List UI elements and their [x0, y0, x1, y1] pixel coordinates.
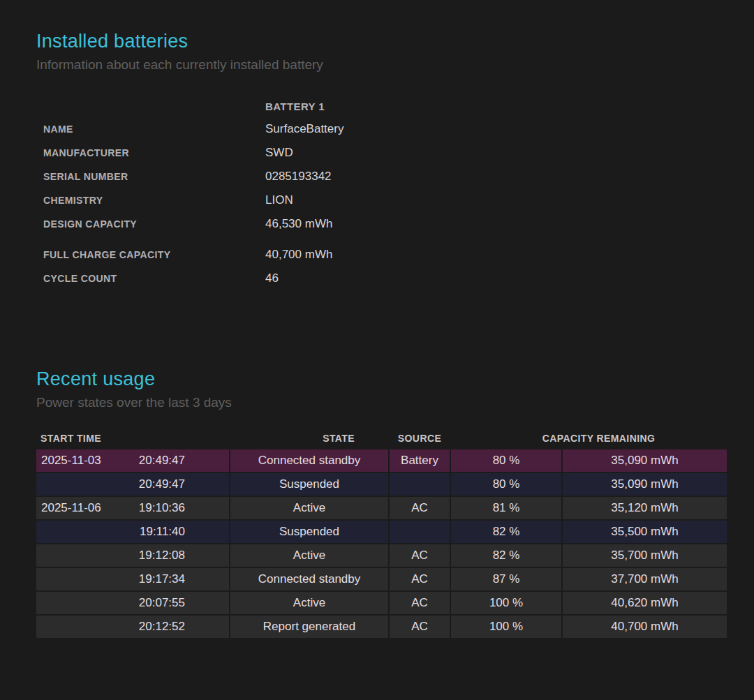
- battery-field-value: LION: [265, 193, 726, 207]
- source-cell: AC: [390, 497, 450, 519]
- time-text: 19:17:34: [139, 572, 185, 586]
- state-cell: Active: [230, 544, 388, 567]
- battery-info-row-serial-number: SERIAL NUMBER 0285193342: [43, 165, 726, 188]
- capacity-mwh-cell: 35,090 mWh: [563, 449, 727, 472]
- start-time-cell: 19:12:08: [36, 544, 229, 567]
- time-text: 20:49:47: [139, 477, 185, 491]
- state-cell: Report generated: [230, 616, 388, 638]
- source-cell: AC: [390, 568, 450, 590]
- time-text: 20:07:55: [139, 596, 185, 610]
- recent-usage-subtitle: Power states over the last 3 days: [36, 395, 726, 410]
- usage-table-row: 19:12:08 Active AC 82 % 35,700 mWh: [36, 544, 727, 567]
- date-text: 2025-11-06: [41, 501, 101, 515]
- battery-report-page: Installed batteries Information about ea…: [0, 0, 754, 638]
- battery-field-value: 46: [265, 271, 726, 285]
- capacity-percent-cell: 82 %: [451, 521, 561, 543]
- capacity-percent-cell: 87 %: [451, 568, 561, 590]
- usage-table-row: 20:49:47 Suspended 80 % 35,090 mWh: [36, 473, 727, 496]
- battery-field-label: SERIAL NUMBER: [43, 171, 265, 182]
- battery-field-label: DESIGN CAPACITY: [43, 218, 265, 230]
- battery-field-value: SWD: [265, 146, 726, 160]
- source-cell: AC: [390, 544, 450, 567]
- battery-field-label: CHEMISTRY: [43, 195, 265, 206]
- battery-field-label: CYCLE COUNT: [43, 273, 265, 284]
- capacity-percent-cell: 80 %: [451, 473, 561, 496]
- battery-field-label: FULL CHARGE CAPACITY: [43, 249, 265, 260]
- date-text: 2025-11-03: [41, 454, 101, 468]
- battery-column-header-row: BATTERY 1: [43, 95, 726, 117]
- battery-info-row-full-charge-capacity: FULL CHARGE CAPACITY 40,700 mWh: [43, 243, 726, 267]
- installed-batteries-title: Installed batteries: [36, 31, 726, 52]
- start-time-cell: 2025-11-03 20:49:47: [36, 449, 229, 472]
- capacity-mwh-cell: 35,090 mWh: [563, 473, 727, 496]
- installed-batteries-section: Installed batteries Information about ea…: [36, 31, 726, 290]
- source-cell: [390, 473, 450, 496]
- battery-field-value: 0285193342: [265, 170, 726, 184]
- capacity-percent-cell: 100 %: [451, 592, 561, 614]
- recent-usage-title: Recent usage: [36, 368, 726, 390]
- usage-table-row: 2025-11-06 19:10:36 Active AC 81 % 35,12…: [36, 497, 727, 519]
- state-cell: Suspended: [230, 473, 388, 496]
- column-header-start-time: START TIME: [36, 433, 229, 444]
- capacity-mwh-cell: 35,500 mWh: [563, 521, 727, 543]
- capacity-mwh-cell: 35,120 mWh: [563, 497, 727, 519]
- usage-table-row: 19:17:34 Connected standby AC 87 % 37,70…: [36, 568, 727, 590]
- usage-table-header: START TIME STATE SOURCE CAPACITY REMAINI…: [36, 430, 727, 447]
- state-cell: Active: [230, 497, 388, 519]
- battery-field-label: NAME: [43, 124, 265, 135]
- source-cell: AC: [390, 592, 450, 614]
- start-time-cell: 20:49:47: [36, 473, 229, 496]
- battery-field-value: 46,530 mWh: [265, 217, 726, 231]
- start-time-cell: 20:12:52: [36, 616, 229, 638]
- usage-table-row: 20:12:52 Report generated AC 100 % 40,70…: [36, 616, 727, 638]
- recent-usage-section: Recent usage Power states over the last …: [36, 368, 726, 638]
- start-time-cell: 20:07:55: [36, 592, 229, 614]
- state-cell: Connected standby: [230, 568, 388, 590]
- capacity-percent-cell: 81 %: [451, 497, 561, 519]
- capacity-mwh-cell: 40,700 mWh: [563, 616, 727, 638]
- capacity-percent-cell: 80 %: [451, 449, 561, 472]
- battery-info-row-design-capacity: DESIGN CAPACITY 46,530 mWh: [43, 212, 726, 236]
- usage-table-row: 20:07:55 Active AC 100 % 40,620 mWh: [36, 592, 727, 614]
- capacity-percent-cell: 100 %: [451, 616, 561, 638]
- source-cell: [390, 521, 450, 543]
- state-cell: Connected standby: [230, 449, 388, 472]
- battery-column-header: BATTERY 1: [265, 100, 726, 112]
- battery-field-value: SurfaceBattery: [265, 122, 726, 136]
- state-cell: Suspended: [230, 521, 388, 543]
- time-text: 19:12:08: [139, 549, 185, 563]
- start-time-cell: 2025-11-06 19:10:36: [36, 497, 229, 519]
- start-time-cell: 19:17:34: [36, 568, 229, 590]
- source-cell: Battery: [390, 449, 450, 472]
- time-text: 20:12:52: [139, 620, 185, 634]
- column-header-capacity-remaining: CAPACITY REMAINING: [451, 433, 728, 444]
- installed-batteries-subtitle: Information about each currently install…: [36, 57, 726, 73]
- battery-info-row-manufacturer: MANUFACTURER SWD: [43, 141, 726, 165]
- start-time-cell: 19:11:40: [36, 521, 229, 543]
- battery-info-row-cycle-count: CYCLE COUNT 46: [43, 267, 726, 290]
- usage-table-row: 2025-11-03 20:49:47 Connected standby Ba…: [36, 449, 727, 472]
- battery-info-table: BATTERY 1 NAME SurfaceBattery MANUFACTUR…: [43, 95, 726, 290]
- capacity-mwh-cell: 35,700 mWh: [563, 544, 727, 567]
- recent-usage-table: START TIME STATE SOURCE CAPACITY REMAINI…: [36, 430, 727, 638]
- battery-field-label: MANUFACTURER: [43, 147, 265, 158]
- time-text: 19:11:40: [140, 525, 185, 539]
- column-header-source: SOURCE: [390, 433, 450, 444]
- time-text: 20:49:47: [139, 454, 185, 468]
- state-cell: Active: [230, 592, 388, 614]
- usage-table-row: 19:11:40 Suspended 82 % 35,500 mWh: [36, 521, 727, 543]
- capacity-mwh-cell: 40,620 mWh: [563, 592, 727, 614]
- capacity-percent-cell: 82 %: [451, 544, 561, 567]
- time-text: 19:10:36: [139, 501, 185, 515]
- capacity-mwh-cell: 37,700 mWh: [563, 568, 727, 590]
- column-header-state: STATE: [230, 433, 388, 444]
- battery-field-value: 40,700 mWh: [265, 248, 726, 262]
- battery-info-row-chemistry: CHEMISTRY LION: [43, 188, 726, 212]
- battery-info-row-name: NAME SurfaceBattery: [43, 117, 726, 141]
- source-cell: AC: [390, 616, 450, 638]
